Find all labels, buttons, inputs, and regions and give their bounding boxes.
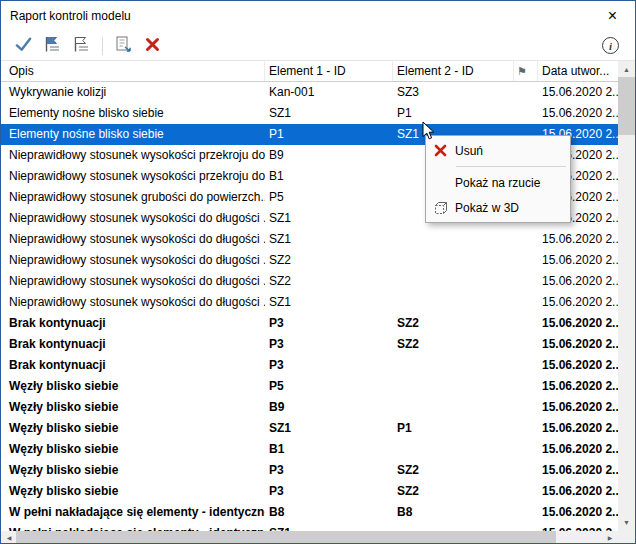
cell-el1: SZ2 (265, 250, 393, 271)
cell-el1: P3 (265, 481, 393, 502)
cell-el1: Kan-001 (265, 82, 393, 103)
cell-date: 15.06.2020 2... (538, 103, 618, 124)
menu-item-pokaz-w-3d[interactable]: Pokaż w 3D (426, 195, 570, 220)
table-row[interactable]: Nieprawidłowy stosunek wysokości do dług… (1, 271, 618, 292)
table-row[interactable]: Węzły blisko siebieB115.06.2020 2... (1, 439, 618, 460)
cell-flag (514, 376, 538, 397)
cell-flag (514, 502, 538, 523)
scroll-right-arrow[interactable]: ▶ (603, 531, 617, 543)
menu-item-pokaz-na-rzucie[interactable]: Pokaż na rzucie (426, 170, 570, 195)
cell-el2 (393, 355, 514, 376)
cell-el2: P1 (393, 103, 514, 124)
report-icon (114, 35, 133, 56)
horizontal-scrollbar[interactable]: ◀ ▶ (1, 531, 618, 543)
info-button[interactable]: i (602, 37, 619, 54)
cell-el1: SZ1 (265, 229, 393, 250)
cell-opis: Brak kontynuacji (1, 334, 265, 355)
cell-date: 15.06.2020 2... (538, 292, 618, 313)
report-button[interactable] (110, 34, 137, 58)
table-row[interactable]: Węzły blisko siebieP3SZ215.06.2020 2... (1, 460, 618, 481)
cell-opis: Węzły blisko siebie (1, 397, 265, 418)
cell-flag (514, 397, 538, 418)
cell-el2 (393, 376, 514, 397)
cell-el2: SZ2 (393, 334, 514, 355)
cell-el1: P1 (265, 124, 393, 145)
table-row[interactable]: Węzły blisko siebieP515.06.2020 2... (1, 376, 618, 397)
cell-date: 15.06.2020 2... (538, 229, 618, 250)
table-row[interactable]: Węzły blisko siebieP3SZ215.06.2020 2... (1, 481, 618, 502)
vertical-scrollbar[interactable]: ▲ ▼ (618, 61, 635, 531)
column-header-date[interactable]: Data utwor... (538, 61, 618, 81)
cell-el2 (393, 229, 514, 250)
cell-el1: P3 (265, 334, 393, 355)
cell-el1: P3 (265, 460, 393, 481)
cell-el1: P5 (265, 376, 393, 397)
menu-item-label: Usuń (455, 144, 493, 158)
cell-el1: B1 (265, 166, 393, 187)
vertical-scroll-thumb[interactable] (618, 77, 635, 135)
cell-flag (514, 82, 538, 103)
menu-item-label: Pokaż na rzucie (455, 176, 550, 190)
cell-flag (514, 313, 538, 334)
cell-opis: Wykrywanie kolizji (1, 82, 265, 103)
toolbar: i (1, 31, 635, 61)
cell-el1: SZ1 (265, 103, 393, 124)
cell-el2 (393, 250, 514, 271)
close-button[interactable]: × (590, 1, 635, 31)
cell-flag (514, 229, 538, 250)
cell-opis: Elementy nośne blisko siebie (1, 103, 265, 124)
cell-el2: SZ2 (393, 460, 514, 481)
column-header-element1[interactable]: Element 1 - ID (265, 61, 393, 81)
cell-date: 15.06.2020 2... (538, 397, 618, 418)
context-menu: UsuńPokaż na rzuciePokaż w 3D (425, 135, 571, 223)
table-row[interactable]: Elementy nośne blisko siebieSZ1P115.06.2… (1, 103, 618, 124)
cell-el1: B9 (265, 397, 393, 418)
horizontal-scroll-thumb[interactable] (16, 531, 556, 543)
table-row[interactable]: Wykrywanie kolizjiKan-001SZ315.06.2020 2… (1, 82, 618, 103)
scroll-up-arrow[interactable]: ▲ (618, 62, 635, 77)
table-row[interactable]: Brak kontynuacjiP3SZ215.06.2020 2... (1, 334, 618, 355)
cell-opis: Węzły blisko siebie (1, 376, 265, 397)
cell-opis: W pełni nakładające się elementy - ident… (1, 502, 265, 523)
table-row[interactable]: Nieprawidłowy stosunek wysokości do dług… (1, 229, 618, 250)
cell-el1: B8 (265, 502, 393, 523)
table-row[interactable]: Brak kontynuacjiP3SZ215.06.2020 2... (1, 313, 618, 334)
cell-el1: P3 (265, 313, 393, 334)
column-header-element2[interactable]: Element 2 - ID (393, 61, 514, 81)
scroll-left-arrow[interactable]: ◀ (2, 531, 16, 543)
table-row[interactable]: Nieprawidłowy stosunek wysokości do dług… (1, 250, 618, 271)
table-row[interactable]: Węzły blisko siebieSZ1P115.06.2020 2... (1, 418, 618, 439)
cell-opis: Węzły blisko siebie (1, 460, 265, 481)
cell-el1: B9 (265, 145, 393, 166)
cell-el2: SZ3 (393, 82, 514, 103)
add-flag-button[interactable] (39, 34, 66, 58)
scroll-down-arrow[interactable]: ▼ (618, 515, 635, 530)
table-row[interactable]: Nieprawidłowy stosunek wysokości do dług… (1, 292, 618, 313)
cell-el1: SZ2 (265, 271, 393, 292)
menu-item-usun[interactable]: Usuń (426, 138, 570, 163)
column-header-opis[interactable]: Opis (1, 61, 265, 81)
cube-3d-icon (426, 200, 455, 216)
table-row[interactable]: Węzły blisko siebieB915.06.2020 2... (1, 397, 618, 418)
delete-button[interactable] (139, 34, 166, 58)
table-row[interactable]: W pełni nakładające się elementy - ident… (1, 523, 618, 531)
cell-el1: SZ1 (265, 418, 393, 439)
close-icon: × (608, 8, 617, 24)
cell-opis: Brak kontynuacji (1, 355, 265, 376)
cell-opis: Węzły blisko siebie (1, 418, 265, 439)
window-title: Raport kontroli modelu (10, 9, 131, 23)
cell-opis: Nieprawidłowy stosunek wysokości do dług… (1, 292, 265, 313)
column-header-flag-icon[interactable]: ⚑ (514, 61, 538, 81)
cell-el1: P5 (265, 187, 393, 208)
cell-flag (514, 355, 538, 376)
cell-flag (514, 103, 538, 124)
scrollbar-corner (618, 531, 635, 543)
cell-el1: P3 (265, 355, 393, 376)
check-model-button[interactable] (10, 34, 37, 58)
cell-opis: Węzły blisko siebie (1, 439, 265, 460)
cell-date: 15.06.2020 2... (538, 418, 618, 439)
table-row[interactable]: Brak kontynuacjiP315.06.2020 2... (1, 355, 618, 376)
cell-el1: SZ1 (265, 292, 393, 313)
remove-flag-button[interactable] (68, 34, 95, 58)
table-row[interactable]: W pełni nakładające się elementy - ident… (1, 502, 618, 523)
